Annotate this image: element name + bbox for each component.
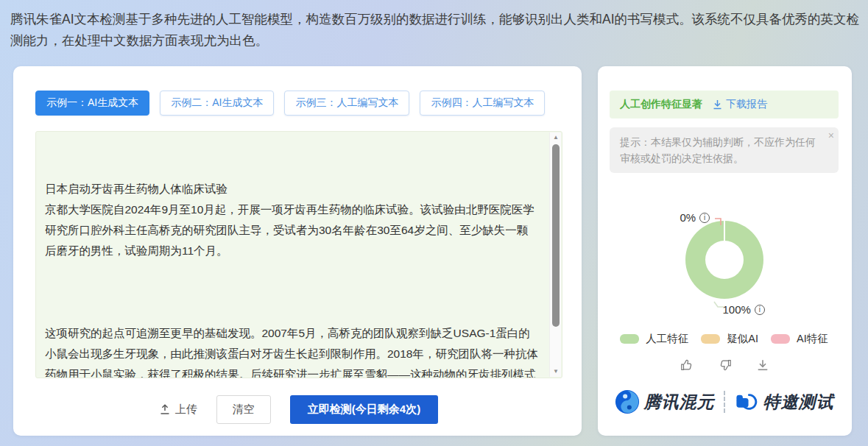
editor-scrollbar[interactable] [549, 132, 561, 377]
brand-footer: 腾讯混元 特邀测试 [610, 389, 839, 414]
human-swatch [620, 334, 639, 344]
detection-donut-chart: 0% 100% [610, 211, 839, 316]
scroll-up-icon[interactable] [550, 132, 562, 143]
suspect-ai-swatch [701, 334, 720, 344]
tab-example-1-ai-text[interactable]: 示例一：AI生成文本 [35, 91, 149, 116]
thumbs-up-icon[interactable] [680, 358, 694, 372]
scroll-down-icon[interactable] [550, 367, 562, 377]
action-row: 上传 清空 立即检测(今日剩余4次) [35, 395, 562, 424]
clear-button[interactable]: 清空 [216, 395, 271, 424]
editor-paragraph: 这项研究的起点可追溯至更早的基础发现。2007年5月，高桥克的团队观察到缺乏US… [45, 323, 538, 378]
hunyuan-wordmark: 腾讯混元 [644, 391, 715, 414]
tab-example-3-human-text[interactable]: 示例三：人工编写文本 [284, 91, 409, 116]
detection-input-panel: 示例一：AI生成文本 示例二：AI生成文本 示例三：人工编写文本 示例四：人工编… [13, 66, 582, 436]
editor-paragraph: 日本启动牙齿再生药物人体临床试验 京都大学医院自2024年9月至10月起，开展一… [45, 179, 538, 261]
legend-item-ai: AI特征 [771, 332, 828, 346]
invited-test-wordmark: 特邀测试 [763, 391, 834, 414]
ai-swatch [771, 334, 790, 344]
thumbs-down-icon[interactable] [719, 358, 732, 372]
text-input-area[interactable]: 日本启动牙齿再生药物人体临床试验 京都大学医院自2024年9月至10月起，开展一… [35, 131, 562, 378]
upload-icon [160, 404, 170, 415]
human-percentage-label: 100% [723, 303, 765, 316]
ai-pct-value: 0% [680, 211, 696, 224]
info-icon[interactable] [699, 213, 710, 223]
download-report-label: 下载报告 [726, 98, 767, 111]
close-icon[interactable]: × [828, 130, 834, 141]
hand-badge-icon [734, 391, 759, 413]
info-icon[interactable] [755, 305, 765, 315]
verdict-banner: 人工创作特征显著 下载报告 [610, 91, 839, 118]
detect-button[interactable]: 立即检测(今日剩余4次) [290, 395, 438, 424]
upload-button[interactable]: 上传 [160, 403, 197, 417]
verdict-text: 人工创作特征显著 [620, 98, 702, 111]
ai-callout-line [714, 216, 726, 226]
ai-percентage-label: 0% [680, 211, 710, 224]
download-report-link[interactable]: 下载报告 [713, 98, 767, 111]
legend-label: 人工特征 [646, 332, 688, 346]
main-layout: 示例一：AI生成文本 示例二：AI生成文本 示例三：人工编写文本 示例四：人工编… [13, 66, 852, 436]
hunyuan-logo-icon [615, 389, 640, 414]
legend-label: AI特征 [797, 332, 828, 346]
disclaimer-text: 提示：本结果仅为辅助判断，不应作为任何审核或处罚的决定性依据。 [620, 136, 816, 164]
tab-example-4-human-text[interactable]: 示例四：人工编写文本 [420, 91, 545, 116]
chart-legend: 人工特征 疑似AI AI特征 [610, 332, 839, 346]
download-result-icon[interactable] [757, 359, 769, 371]
text-input-content[interactable]: 日本启动牙齿再生药物人体临床试验 京都大学医院自2024年9月至10月起，开展一… [36, 132, 548, 378]
legend-item-suspect-ai: 疑似AI [701, 332, 758, 346]
donut-ring [685, 221, 763, 299]
human-pct-value: 100% [723, 303, 751, 316]
legend-item-human: 人工特征 [620, 332, 688, 346]
scrollbar-thumb[interactable] [552, 144, 560, 327]
brand-divider [724, 391, 725, 413]
disclaimer-tip: 提示：本结果仅为辅助判断，不应作为任何审核或处罚的决定性依据。 × [610, 127, 839, 173]
legend-label: 疑似AI [727, 332, 758, 346]
detection-result-panel: 人工创作特征显著 下载报告 提示：本结果仅为辅助判断，不应作为任何审核或处罚的决… [598, 66, 852, 436]
tab-example-2-ai-text[interactable]: 示例二：AI生成文本 [160, 91, 274, 116]
example-tabs: 示例一：AI生成文本 示例二：AI生成文本 示例三：人工编写文本 示例四：人工编… [35, 91, 562, 116]
upload-label: 上传 [175, 403, 197, 417]
download-icon [713, 99, 722, 110]
page-description: 腾讯朱雀AI文本检测基于多种先进的人工智能模型，构造数百万级别的数据进行训练，能… [10, 9, 861, 52]
invited-test-brand: 特邀测试 [734, 391, 834, 414]
feedback-row [610, 358, 839, 372]
tencent-hunyuan-brand: 腾讯混元 [615, 389, 715, 414]
